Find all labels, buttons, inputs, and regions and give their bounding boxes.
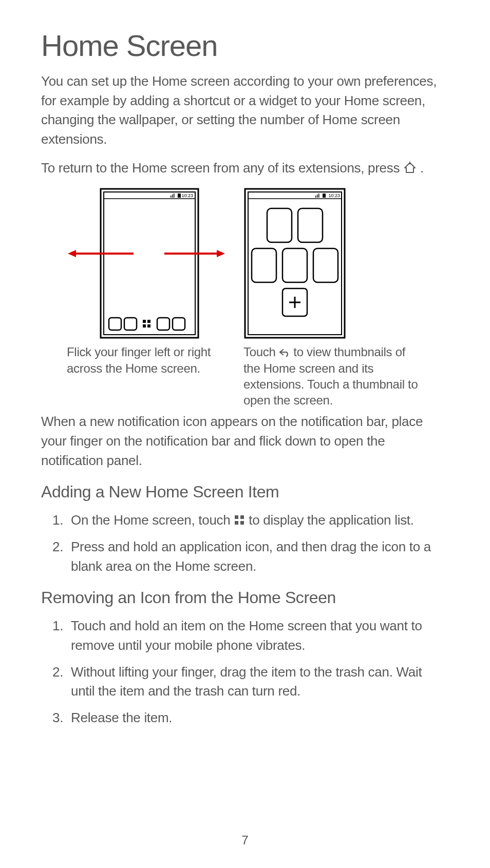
remove-step-1: Touch and hold an item on the Home scree…: [67, 616, 449, 655]
svg-rect-22: [315, 196, 316, 198]
add-step1-pre: On the Home screen, touch: [71, 512, 234, 528]
intro-paragraph-2: To return to the Home screen from any of…: [41, 159, 449, 178]
figure-flick-caption: Flick your finger left or right across t…: [67, 344, 226, 376]
svg-rect-3: [171, 196, 172, 198]
removing-steps: Touch and hold an item on the Home scree…: [41, 616, 449, 727]
svg-rect-19: [245, 189, 345, 338]
apps-icon: [234, 512, 245, 523]
intro-p2-pre: To return to the Home screen from any of…: [41, 160, 403, 176]
svg-rect-25: [323, 194, 326, 198]
remove-step-3: Release the item.: [67, 708, 449, 728]
svg-rect-33: [235, 515, 238, 519]
svg-rect-11: [143, 324, 146, 327]
figure-row: 10:23: [67, 187, 449, 408]
svg-rect-26: [267, 208, 292, 242]
svg-rect-0: [101, 189, 198, 338]
svg-rect-34: [240, 515, 244, 519]
svg-rect-27: [298, 208, 323, 242]
add-step-1: On the Home screen, touch to display the…: [67, 511, 449, 530]
svg-rect-23: [317, 195, 318, 198]
remove-step-2: Without lifting your finger, drag the it…: [67, 663, 449, 701]
notification-paragraph: When a new notification icon appears on …: [41, 412, 449, 470]
page-title: Home Screen: [41, 28, 449, 63]
svg-rect-30: [313, 248, 338, 282]
svg-rect-6: [178, 194, 181, 198]
status-time: 10:23: [328, 193, 340, 198]
adding-steps: On the Home screen, touch to display the…: [41, 511, 449, 576]
svg-rect-29: [282, 248, 307, 282]
svg-rect-7: [109, 318, 121, 330]
svg-rect-24: [318, 194, 319, 198]
phone-thumbnails-illustration: 10:23: [243, 187, 346, 341]
figure-thumbnails: 10:23 Touch to view thumbnails of: [243, 187, 423, 408]
svg-rect-1: [104, 192, 195, 335]
svg-rect-12: [147, 324, 150, 327]
svg-rect-5: [174, 194, 175, 198]
svg-rect-8: [124, 318, 137, 330]
figure-flick: 10:23: [67, 187, 226, 408]
svg-marker-18: [217, 250, 225, 257]
svg-rect-13: [157, 318, 169, 330]
intro-paragraph-1: You can set up the Home screen according…: [41, 72, 449, 149]
add-step-2: Press and hold an application icon, and …: [67, 537, 449, 576]
section-adding: Adding a New Home Screen Item: [41, 483, 449, 501]
back-icon: [279, 348, 290, 357]
svg-rect-10: [147, 320, 150, 323]
add-step1-post: to display the application list.: [249, 512, 413, 528]
figure-thumbnails-caption: Touch to view thumbnails of the Home scr…: [243, 344, 423, 408]
svg-marker-16: [68, 250, 76, 257]
manual-page: Home Screen You can set up the Home scre…: [0, 0, 490, 868]
status-time: 10:23: [181, 193, 193, 198]
home-icon: [403, 161, 417, 174]
svg-rect-28: [252, 248, 276, 282]
svg-rect-20: [248, 192, 342, 335]
page-number: 7: [0, 833, 490, 847]
svg-rect-4: [172, 195, 173, 198]
section-removing: Removing an Icon from the Home Screen: [41, 588, 449, 607]
intro-p2-post: .: [420, 160, 424, 176]
svg-rect-36: [240, 521, 244, 525]
svg-rect-9: [143, 320, 146, 323]
fig2-caption-pre: Touch: [243, 345, 279, 359]
apps-icon: [143, 320, 150, 327]
phone-flick-illustration: 10:23: [67, 187, 226, 341]
svg-rect-35: [235, 521, 238, 525]
svg-rect-14: [173, 318, 185, 330]
